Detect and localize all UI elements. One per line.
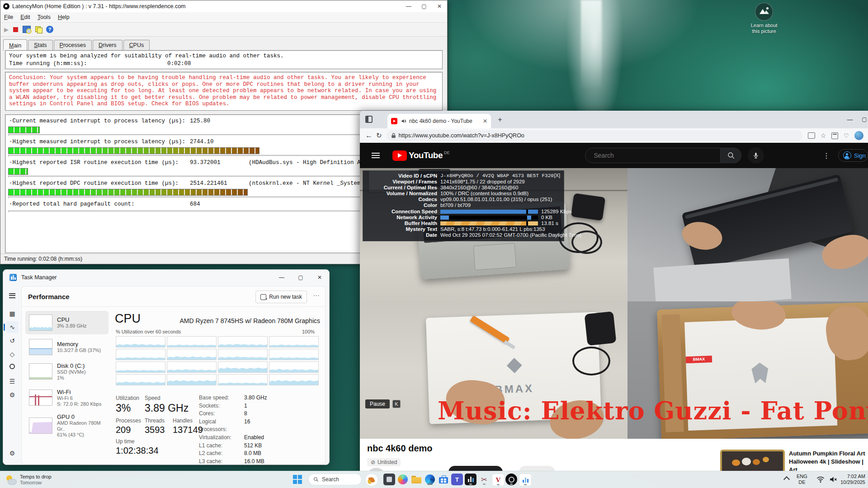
- collections-icon[interactable]: [831, 132, 838, 139]
- nav-processes-icon[interactable]: ▦: [6, 308, 18, 319]
- nav-details-icon[interactable]: ☰: [6, 375, 18, 387]
- minimize-button[interactable]: —: [272, 270, 291, 285]
- nav-startup-apps-icon[interactable]: ◇: [6, 348, 18, 360]
- menu-help[interactable]: Help: [54, 14, 73, 20]
- start-button[interactable]: [292, 474, 303, 485]
- maximize-button[interactable]: ▢: [416, 1, 432, 12]
- refresh-icon[interactable]: ↻: [376, 131, 382, 140]
- latencymon-titlebar[interactable]: LatencyMon (Home Edition ) : v 7.31 - ht…: [0, 0, 447, 12]
- tab-audio-icon[interactable]: [401, 118, 406, 124]
- core-chart: [218, 336, 268, 347]
- close-button[interactable]: ✕: [432, 1, 447, 12]
- minimize-button[interactable]: —: [401, 1, 416, 12]
- tray-clock[interactable]: 7:02 AM 10/29/2025: [839, 474, 865, 485]
- settings-gear-icon[interactable]: ⚙: [6, 447, 18, 459]
- guide-menu-icon[interactable]: [372, 151, 380, 160]
- search-button[interactable]: [721, 148, 741, 163]
- unlisted-link-icon: ⊘: [371, 459, 375, 465]
- nav-performance-icon[interactable]: ∿: [6, 321, 18, 333]
- favorites-star-icon[interactable]: ☆: [821, 132, 826, 139]
- picture-info-icon[interactable]: [755, 3, 773, 21]
- power-adapter: [571, 193, 606, 221]
- task-manager-titlebar[interactable]: Task Manager — ▢ ✕: [3, 270, 329, 285]
- tab-actions-icon[interactable]: [365, 116, 373, 123]
- run-new-task-button[interactable]: + Run new task: [255, 291, 307, 303]
- lens-app-icon[interactable]: [505, 474, 517, 485]
- settings-kebab-icon[interactable]: ⋮: [823, 151, 830, 160]
- stat-value: 3.89 GHz: [145, 402, 189, 414]
- snipping-tool-icon[interactable]: ✂: [478, 474, 490, 485]
- tab-drivers[interactable]: Drivers: [93, 40, 123, 50]
- copilot-icon[interactable]: [397, 474, 409, 485]
- perf-item-disk[interactable]: Disk 0 (C:)SSD (NVMe)1%: [25, 360, 108, 383]
- tray-language-switcher[interactable]: ENG DE: [797, 474, 807, 485]
- latencymon-app-icon: [3, 3, 9, 9]
- page-title: Performance: [28, 293, 70, 300]
- perf-item-memory[interactable]: Memory10.3/27.8 GB (37%): [25, 335, 108, 359]
- search-input[interactable]: [593, 151, 708, 160]
- volume-muted-icon[interactable]: [829, 476, 837, 483]
- app-notebook-icon[interactable]: [383, 474, 395, 485]
- recommended-title-line2[interactable]: Halloween 4k | Slideshow | Art...: [789, 458, 866, 471]
- recommended-thumbnail[interactable]: [720, 450, 785, 471]
- stats-for-nerds-panel: [X] Video ID / sCPNJ-x8HPyQROo / 4V2Q W8…: [363, 170, 564, 241]
- back-icon[interactable]: ←: [365, 131, 373, 140]
- taskbar-search[interactable]: Search: [308, 474, 362, 485]
- perf-item-wifi[interactable]: Wi-FiWi-Fi 6S: 72.0 R: 280 Kbps: [25, 386, 108, 409]
- youtube-logo[interactable]: YouTube DE: [392, 150, 449, 161]
- nav-menu-icon[interactable]: [6, 290, 18, 301]
- menu-file[interactable]: File: [0, 14, 17, 20]
- wifi-icon[interactable]: [816, 476, 825, 483]
- perf-item-cpu[interactable]: CPU3% 3.89 GHz: [25, 311, 108, 334]
- search-highlights-leaf-icon[interactable]: [365, 474, 378, 486]
- microsoft-store-icon[interactable]: [438, 474, 449, 485]
- close-button[interactable]: ✕: [310, 270, 329, 285]
- audio-meter-app-icon[interactable]: [465, 474, 476, 485]
- sign-in-button[interactable]: Sign: [838, 149, 868, 162]
- detail-label: Base speed:: [199, 394, 244, 402]
- browser-essentials-icon[interactable]: ♡: [844, 132, 849, 139]
- metric-value: 125.80: [190, 118, 210, 124]
- menu-tools[interactable]: Tools: [34, 14, 54, 20]
- task-manager-taskbar-icon[interactable]: [519, 474, 532, 486]
- voice-search-button[interactable]: [748, 147, 764, 164]
- stop-monitor-icon[interactable]: [13, 27, 18, 32]
- teams-icon[interactable]: T: [451, 474, 463, 485]
- nav-users-icon[interactable]: [6, 362, 18, 374]
- help-icon[interactable]: ?: [46, 26, 53, 33]
- browser-tab[interactable]: nbc 4k60 demo - YouTube ✕: [387, 114, 491, 128]
- tab-main[interactable]: Main: [3, 39, 27, 51]
- tab-close-icon[interactable]: ✕: [483, 118, 487, 124]
- tab-stats[interactable]: Stats: [28, 40, 53, 50]
- start-monitor-icon[interactable]: ▶: [4, 26, 9, 33]
- youtube-search-box[interactable]: [585, 148, 721, 163]
- perf-item-gpu[interactable]: GPU 0AMD Radeon 780M Gr..61% (43 °C): [25, 414, 108, 437]
- window-maximize-button[interactable]: ▢: [859, 116, 868, 122]
- split-screen-icon[interactable]: [808, 132, 815, 139]
- nav-services-icon[interactable]: ⚙: [6, 389, 18, 401]
- analyze-icon[interactable]: [23, 26, 31, 33]
- new-tab-button[interactable]: +: [496, 116, 504, 123]
- stats-close-button[interactable]: [X]: [554, 173, 560, 178]
- nav-app-history-icon[interactable]: ↺: [6, 335, 18, 347]
- address-bar[interactable]: https://www.youtube.com/watch?v=J-x8HPyQ…: [387, 130, 802, 141]
- more-options-button[interactable]: ...: [313, 291, 320, 297]
- conclusion-text: Conclusion: Your system appears to be ha…: [9, 75, 436, 107]
- edge-icon[interactable]: [424, 474, 436, 485]
- desktop: Learn about this picture LatencyMon (Hom…: [0, 0, 868, 488]
- copy-report-icon[interactable]: [35, 26, 42, 33]
- window-minimize-button[interactable]: —: [844, 116, 855, 123]
- recommended-title-line1[interactable]: Autumn Pumpkin Floral Art: [789, 450, 866, 458]
- profile-avatar[interactable]: [854, 131, 863, 140]
- conclusion-box: Conclusion: Your system appears to be ha…: [5, 72, 443, 111]
- tab-processes[interactable]: Processes: [54, 40, 92, 50]
- v-checker-app-icon[interactable]: V: [492, 474, 505, 486]
- learn-about-picture[interactable]: Learn about this picture: [737, 3, 791, 34]
- weather-widget[interactable]: Temps to drop Tomorrow: [2, 472, 55, 487]
- tab-cpus[interactable]: CPUs: [123, 40, 150, 50]
- video-player[interactable]: BMAX BMAX: [360, 168, 868, 439]
- menu-edit[interactable]: Edit: [17, 14, 34, 20]
- maximize-button[interactable]: ▢: [291, 270, 310, 285]
- tray-chevron-icon[interactable]: [783, 475, 790, 482]
- file-explorer-icon[interactable]: [410, 474, 422, 485]
